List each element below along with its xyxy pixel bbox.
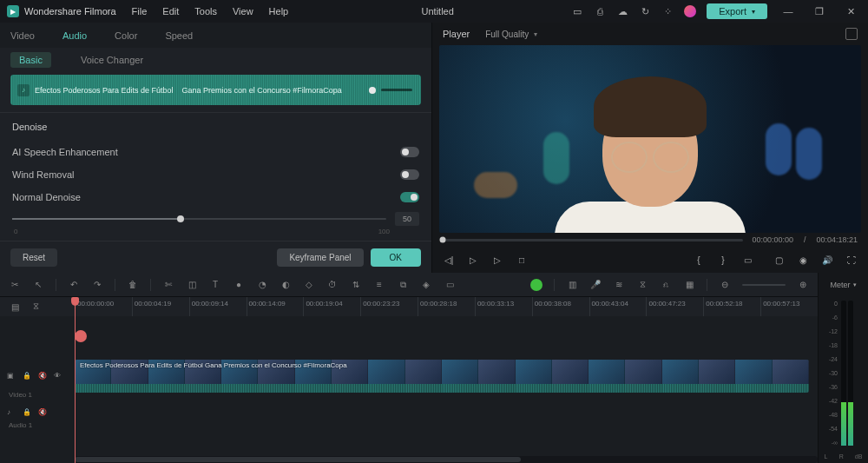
video-preview[interactable] bbox=[439, 45, 861, 233]
timeline-scrollbar[interactable] bbox=[0, 456, 818, 463]
text-icon[interactable]: T bbox=[209, 279, 221, 291]
zoom-slider[interactable] bbox=[742, 284, 786, 286]
undo-icon[interactable]: ↶ bbox=[68, 279, 80, 291]
clip-icon[interactable]: ▭ bbox=[741, 254, 753, 266]
video-track-icon[interactable]: ▣ bbox=[7, 372, 16, 380]
audio-clip-preview[interactable]: ♪ Efectos Poderosos Para Edits de Fútbol… bbox=[10, 75, 421, 105]
play-backward-icon[interactable]: ▷ bbox=[467, 254, 479, 266]
voiceover-icon[interactable]: 🎤 bbox=[589, 279, 602, 291]
minimize-button[interactable]: — bbox=[778, 3, 799, 20]
meter-right bbox=[848, 301, 853, 446]
time-ruler[interactable]: 00:00:00:00 00:00:04:19 00:00:09:14 00:0… bbox=[75, 297, 818, 316]
zoom-in-icon[interactable]: ⊕ bbox=[797, 279, 809, 291]
user-avatar[interactable] bbox=[684, 5, 696, 17]
property-tabs: Video Audio Color Speed bbox=[0, 23, 431, 48]
scrub-bar[interactable] bbox=[443, 239, 743, 241]
close-button[interactable]: ✕ bbox=[840, 3, 861, 20]
fullscreen-icon[interactable]: ⛶ bbox=[845, 254, 858, 266]
title-bar: ▶ Wondershare Filmora File Edit Tools Vi… bbox=[0, 0, 868, 23]
mark-in-icon[interactable]: { bbox=[693, 254, 705, 266]
toggle-ai-speech[interactable] bbox=[400, 147, 419, 157]
toggle-normal-denoise[interactable] bbox=[400, 192, 419, 202]
stop-icon[interactable]: □ bbox=[516, 254, 528, 266]
delete-icon[interactable]: 🗑 bbox=[127, 279, 139, 291]
edit-tools-icon[interactable]: ✂ bbox=[9, 279, 21, 291]
magnetic-icon[interactable]: ⧖ bbox=[636, 279, 648, 291]
timeline-settings-icon[interactable]: ▤ bbox=[9, 301, 21, 313]
audio-mute-icon[interactable]: 🔇 bbox=[38, 408, 47, 417]
menu-edit[interactable]: Edit bbox=[162, 6, 179, 17]
apps-icon[interactable]: ⁘ bbox=[661, 5, 674, 17]
maximize-button[interactable]: ❐ bbox=[809, 3, 830, 20]
ok-button[interactable]: OK bbox=[371, 248, 421, 267]
timeline-panel: ✂ ↖ ↶ ↷ 🗑 ✄ ◫ T ● ◔ ◐ ◇ ⏱ ⇅ ≡ ⧉ ◈ ▭ ▥ 🎤 bbox=[0, 273, 818, 463]
snap-icon[interactable]: ▦ bbox=[683, 279, 695, 291]
export-button[interactable]: Export▾ bbox=[707, 3, 767, 19]
menu-file[interactable]: File bbox=[132, 6, 148, 17]
timeline-link-icon[interactable]: ⧖ bbox=[30, 301, 42, 313]
play-icon[interactable]: ▷ bbox=[491, 254, 503, 266]
tab-color[interactable]: Color bbox=[115, 30, 137, 41]
tab-video[interactable]: Video bbox=[10, 30, 35, 41]
redo-icon[interactable]: ↷ bbox=[91, 279, 103, 291]
keyframe-icon[interactable]: ◇ bbox=[303, 279, 315, 291]
cloud-icon[interactable]: ☁ bbox=[616, 5, 628, 17]
snapshot-area-icon[interactable] bbox=[845, 28, 858, 40]
clip-volume-knob[interactable] bbox=[369, 87, 412, 94]
app-logo-icon: ▶ bbox=[7, 5, 19, 17]
snapshot-icon[interactable]: ◉ bbox=[797, 254, 809, 266]
mixer-icon[interactable]: ▥ bbox=[566, 279, 578, 291]
speed-icon[interactable]: ◔ bbox=[256, 279, 268, 291]
tab-speed[interactable]: Speed bbox=[165, 30, 193, 41]
adjust-icon[interactable]: ≡ bbox=[373, 279, 385, 291]
zoom-out-icon[interactable]: ⊖ bbox=[719, 279, 731, 291]
meter-scale: 0-6-12 -18-24-30 -36-42-48 -54-∞ bbox=[824, 301, 839, 446]
render-status-icon[interactable] bbox=[530, 279, 542, 291]
refresh-icon[interactable]: ↻ bbox=[639, 5, 651, 17]
marker-icon[interactable]: ◈ bbox=[420, 279, 432, 291]
detach-icon[interactable]: ⇅ bbox=[350, 279, 362, 291]
color-icon[interactable]: ◐ bbox=[279, 279, 292, 291]
denoise-header[interactable]: Denoise bbox=[0, 112, 431, 141]
timeline-toolbar: ✂ ↖ ↶ ↷ 🗑 ✄ ◫ T ● ◔ ◐ ◇ ⏱ ⇅ ≡ ⧉ ◈ ▭ ▥ 🎤 bbox=[0, 273, 818, 297]
group-icon[interactable]: ⧉ bbox=[397, 279, 409, 291]
clip-label: Efectos Poderosos Para Edits de Fútbol G… bbox=[80, 361, 347, 369]
denoise-value[interactable]: 50 bbox=[395, 212, 419, 226]
prev-frame-icon[interactable]: ◁| bbox=[443, 254, 455, 266]
menu-tools[interactable]: Tools bbox=[194, 6, 217, 17]
mark-out-icon[interactable]: } bbox=[717, 254, 729, 266]
split-icon[interactable]: ✄ bbox=[162, 279, 174, 291]
subtab-voice-changer[interactable]: Voice Changer bbox=[72, 52, 152, 68]
playhead[interactable] bbox=[75, 297, 76, 463]
audio-lock-icon[interactable]: 🔒 bbox=[23, 408, 31, 417]
audio-stretch-icon[interactable]: ≋ bbox=[613, 279, 625, 291]
tab-audio[interactable]: Audio bbox=[62, 30, 87, 41]
layout-icon[interactable]: ▭ bbox=[571, 5, 583, 17]
visibility-icon[interactable]: 👁 bbox=[54, 372, 62, 380]
reset-button[interactable]: Reset bbox=[10, 248, 57, 267]
menu-help[interactable]: Help bbox=[269, 6, 289, 17]
selection-icon[interactable]: ↖ bbox=[32, 279, 44, 291]
mute-icon[interactable]: 🔇 bbox=[38, 372, 47, 380]
opt-normal-label: Normal Denoise bbox=[12, 192, 81, 202]
link-icon[interactable]: ⎌ bbox=[660, 279, 672, 291]
quality-dropdown[interactable]: Full Quality bbox=[485, 30, 537, 39]
toggle-wind-removal[interactable] bbox=[400, 169, 419, 180]
timeline-marker[interactable] bbox=[75, 330, 87, 342]
subtab-basic[interactable]: Basic bbox=[10, 52, 51, 68]
save-icon[interactable]: ⎙ bbox=[594, 5, 606, 17]
opt-wind-removal: Wind Removal bbox=[0, 163, 431, 186]
record-icon[interactable]: ● bbox=[233, 279, 245, 291]
track-icon[interactable]: ▭ bbox=[444, 279, 456, 291]
denoise-slider[interactable] bbox=[12, 218, 386, 220]
audio-track-icon[interactable]: ♪ bbox=[7, 408, 16, 417]
lock-icon[interactable]: 🔒 bbox=[23, 372, 31, 380]
crop-icon[interactable]: ◫ bbox=[186, 279, 198, 291]
keyframe-panel-button[interactable]: Keyframe Panel bbox=[277, 248, 363, 267]
audio-meters: Meter 0-6-12 -18-24-30 -36-42-48 -54-∞ L… bbox=[818, 273, 868, 463]
volume-icon[interactable]: 🔊 bbox=[821, 254, 833, 266]
meter-label[interactable]: Meter bbox=[819, 273, 868, 297]
menu-view[interactable]: View bbox=[233, 6, 253, 17]
timer-icon[interactable]: ⏱ bbox=[326, 279, 339, 291]
display-icon[interactable]: ▢ bbox=[773, 254, 785, 266]
